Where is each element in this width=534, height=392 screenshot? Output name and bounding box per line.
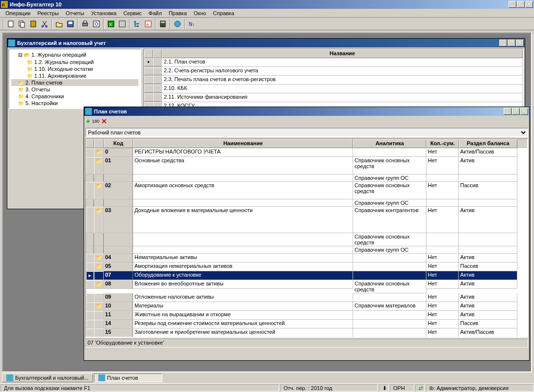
- app-title: Инфо-Бухгалтер 10: [10, 1, 509, 7]
- window-icon: [85, 108, 92, 115]
- win2-toolbar: + 180 ✕: [84, 116, 529, 127]
- window-icon: [8, 40, 15, 46]
- account-row[interactable]: 14Резервы под снижение стоимости материа…: [86, 320, 527, 328]
- nav-tree[interactable]: ⊟ 1. Журналы операций 1.2. Журналы опера…: [8, 48, 141, 109]
- menu-operations[interactable]: Операции: [2, 10, 34, 16]
- list-row[interactable]: ▸2.1. План счетов: [144, 58, 523, 67]
- tb-grid-icon[interactable]: [117, 19, 128, 29]
- col-kolsum[interactable]: Кол.-сум.: [426, 139, 459, 148]
- menu-edit[interactable]: Правка: [165, 10, 190, 16]
- tree-child[interactable]: 1.2. Журналы операций: [20, 59, 138, 65]
- account-row[interactable]: 11Животные на выращивании и откормеНетАк…: [86, 311, 527, 320]
- window-title: План счетов: [94, 109, 504, 114]
- account-row[interactable]: 📁04Нематериальные активыНетАктив: [86, 254, 527, 262]
- account-row[interactable]: 📁0РЕГИСТРЫ НАЛОГОВОГО УЧЕТАНетАктив/Пасс…: [86, 148, 527, 157]
- list-row[interactable]: 2.2. Счета-регистры налогового учета: [144, 67, 523, 76]
- close-button[interactable]: ×: [525, 1, 533, 8]
- window-title: Бухгалтерский и налоговый учет: [17, 40, 499, 46]
- edit-icon[interactable]: 180: [92, 119, 99, 124]
- account-row[interactable]: 09Отложенные налоговые активыНетАктив: [86, 293, 527, 302]
- tb-refresh-icon[interactable]: N↓: [187, 19, 198, 29]
- tb-print-icon[interactable]: [80, 19, 90, 29]
- menubar: Операции Реестры Отчеты Установка Сервис…: [0, 9, 534, 18]
- win2-maximize[interactable]: □: [512, 108, 520, 115]
- tb-calc-icon[interactable]: [157, 19, 168, 29]
- tb-cut-icon[interactable]: [39, 19, 50, 29]
- svg-text:N↓: N↓: [189, 22, 195, 27]
- win1-close[interactable]: ×: [516, 40, 524, 46]
- list-row[interactable]: 2.10. КБК: [144, 85, 523, 93]
- delete-icon[interactable]: ✕: [101, 117, 107, 125]
- tb-open-icon[interactable]: [54, 19, 65, 29]
- tree-sibling[interactable]: 4. Справочники: [11, 93, 138, 100]
- app-icon: и: [1, 1, 8, 8]
- menu-service[interactable]: Сервис: [120, 10, 145, 16]
- account-row[interactable]: 16Отклонение в стоимости материальных це…: [86, 337, 527, 338]
- svg-rect-4: [21, 22, 24, 27]
- win2-close[interactable]: ×: [520, 108, 528, 115]
- status-hint: Для вызова подсказки нажмите F1: [0, 384, 279, 392]
- tb-preview-icon[interactable]: [91, 19, 102, 29]
- minimize-button[interactable]: _: [509, 1, 516, 8]
- account-row[interactable]: 📁01Основные средстваСправочник основных …: [86, 157, 527, 174]
- tb-save-icon[interactable]: [65, 19, 76, 29]
- account-row[interactable]: Справочник основных средств: [86, 233, 527, 246]
- list-row[interactable]: 2.3. Печать плана счетов и счетов-регист…: [144, 76, 523, 85]
- tb-new-icon[interactable]: [5, 19, 16, 29]
- menu-file[interactable]: Файл: [145, 10, 165, 16]
- account-row[interactable]: Справочник групп ОС: [86, 199, 527, 207]
- tb-paste-icon[interactable]: [28, 19, 39, 29]
- col-analytics[interactable]: Аналитика: [353, 139, 426, 148]
- account-row[interactable]: 📁08Вложения во внеоборотные активыСправо…: [86, 280, 527, 293]
- tb-copy-icon[interactable]: [17, 19, 27, 29]
- svg-rect-10: [83, 23, 88, 26]
- col-name[interactable]: Название: [162, 49, 523, 58]
- win2-status: 07 'Оборудование к установке': [85, 339, 528, 348]
- tb-excel-icon[interactable]: X: [106, 19, 116, 29]
- win1-minimize[interactable]: _: [499, 40, 507, 46]
- account-row[interactable]: Справочник групп ОС: [86, 174, 527, 182]
- svg-rect-18: [137, 23, 139, 24]
- grid-corner: [153, 49, 162, 58]
- tb-order-icon[interactable]: А: [143, 19, 154, 29]
- col-balance[interactable]: Раздел баланса: [459, 139, 517, 148]
- svg-point-24: [175, 21, 180, 27]
- menu-registers[interactable]: Реестры: [34, 10, 62, 16]
- account-row[interactable]: Справочник групп ОС: [86, 246, 527, 254]
- account-row[interactable]: ▸07Оборудование к установкеНетАктив: [86, 271, 527, 280]
- add-icon[interactable]: +: [86, 117, 90, 125]
- tree-sibling[interactable]: 3. Отчеты: [11, 86, 138, 93]
- account-row[interactable]: 📁03Доходные вложения в материальные ценн…: [86, 207, 527, 233]
- task-accounting[interactable]: Бухгалтерский и налоговый...: [2, 373, 93, 382]
- col-name[interactable]: Наименование: [133, 139, 353, 148]
- account-row[interactable]: 📁02Амортизация основных средствСправочни…: [86, 182, 527, 199]
- account-row[interactable]: 📁10МатериалыСправочник материаловНетАкти…: [86, 302, 527, 311]
- svg-text:А: А: [146, 22, 149, 27]
- maximize-button[interactable]: □: [517, 1, 525, 8]
- col-code[interactable]: Код: [104, 139, 133, 148]
- col-folder: [94, 139, 104, 148]
- menu-reports[interactable]: Отчеты: [62, 10, 88, 16]
- accounts-grid[interactable]: Код Наименование Аналитика Кол.-сум. Раз…: [85, 138, 528, 338]
- tree-sibling[interactable]: 5. Настройки: [11, 100, 138, 107]
- menu-help[interactable]: Справка: [210, 10, 238, 16]
- svg-rect-16: [119, 21, 125, 27]
- section-list[interactable]: Название ▸2.1. План счетов2.2. Счета-рег…: [143, 48, 524, 109]
- win1-maximize[interactable]: □: [508, 40, 515, 46]
- win2-minimize[interactable]: _: [504, 108, 512, 115]
- status-user: ib: Администратор, демоверсия: [426, 384, 534, 392]
- menu-setup[interactable]: Установка: [88, 10, 120, 16]
- account-row[interactable]: 📁05Амортизация нематериальных активовНет…: [86, 262, 527, 271]
- task-plan[interactable]: План счетов: [94, 373, 162, 382]
- list-row[interactable]: 2.11. Источники финансирования: [144, 93, 523, 102]
- tree-child[interactable]: 1.10. Исходные остатки: [20, 65, 138, 72]
- tree-root[interactable]: ⊟ 1. Журналы операций: [11, 51, 138, 59]
- tb-tree-icon[interactable]: [132, 19, 142, 29]
- account-row[interactable]: 15Заготовление и приобретение материальн…: [86, 328, 527, 337]
- tree-child[interactable]: 1.11. Архивирование: [20, 72, 138, 79]
- tree-sibling-selected[interactable]: 2. План счетов: [11, 79, 138, 86]
- menu-window[interactable]: Окно: [190, 10, 210, 16]
- svg-rect-17: [134, 21, 136, 22]
- tb-globe-icon[interactable]: [172, 19, 183, 29]
- plan-select[interactable]: Рабочий план счетов: [85, 128, 528, 137]
